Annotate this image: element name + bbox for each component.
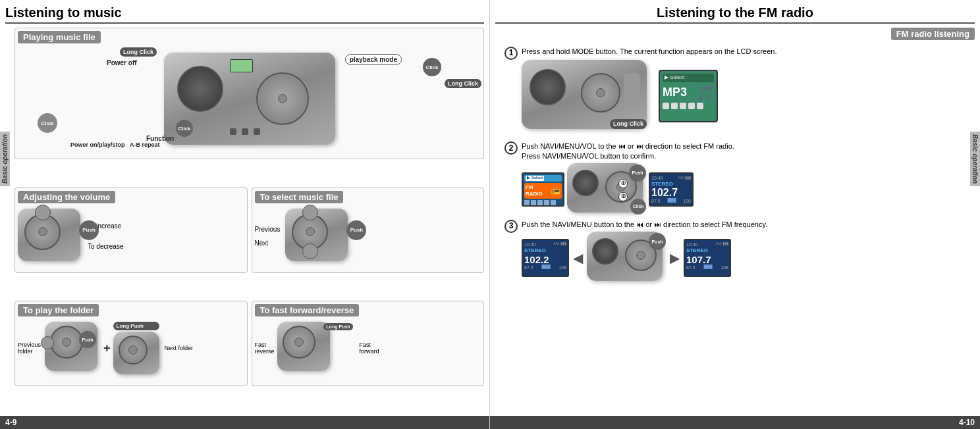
- step2-freq-screen: 10:40AM ▮▮▮ STEREO 102.7 87.5 ▓▓▓ 108: [649, 172, 694, 207]
- step-2-num: 2: [504, 141, 518, 155]
- click-label-3: Click: [38, 113, 57, 133]
- to-decrease-label: To decrease: [88, 243, 123, 250]
- fast-long-push-label: Long Push: [323, 323, 352, 330]
- playing-section: Playing music file: [14, 28, 484, 159]
- fm-radio-header: FM radio listening: [891, 28, 975, 40]
- step2-push-label: Push: [629, 164, 646, 182]
- select-header: To select music file: [255, 191, 344, 203]
- step-2-text: Push NAVI/MENU/VOL to the ⏮ or ⏭ directi…: [522, 141, 975, 161]
- step-1-text: Press and hold MODE button. The current …: [522, 47, 975, 56]
- step3-push-label: Push: [649, 233, 666, 250]
- arrow-left-icon: ◀: [573, 249, 583, 266]
- step-2-row: 2 Push NAVI/MENU/VOL to the ⏮ or ⏭ direc…: [504, 141, 975, 216]
- plus-sign: +: [103, 341, 111, 355]
- right-panel: Listening to the FM radio Basic operatio…: [490, 0, 980, 429]
- step3-right-screen: 10:40AM ▮▮▮ STEREO 107.7 87.5 ▓▓▓ 108: [684, 239, 731, 277]
- volume-push-label: Push: [79, 220, 99, 240]
- folder-section: To play the folder Previous folder Push: [14, 301, 248, 386]
- step2-click-label: Click: [630, 199, 646, 214]
- click-label-1: Click: [423, 58, 441, 76]
- playing-header: Playing music file: [18, 31, 101, 43]
- step-3-num: 3: [504, 220, 518, 233]
- right-panel-title: Listening to the FM radio: [495, 5, 975, 24]
- click-label-2: Click: [176, 120, 193, 137]
- left-panel: Listening to music Basic operation Playi…: [0, 0, 490, 429]
- step3-left-screen: 10:40AM ▮▮▮ STEREO 102.2 87.5 ▓▓▓ 108: [522, 239, 569, 277]
- step2-circle1: ①: [618, 179, 628, 188]
- folder-header: To play the folder: [18, 304, 99, 316]
- mp3-screen: ▶ Select MP3 🎵: [659, 70, 718, 122]
- next-label: Next: [255, 240, 281, 247]
- volume-header: Adjusting the volume: [18, 191, 115, 203]
- left-panel-title: Listening to music: [5, 5, 484, 24]
- fast-section: To fast forward/reverse Fast reverse Lon…: [252, 301, 485, 386]
- step1-long-click: Long Click: [610, 119, 647, 130]
- left-page-num: 4-9: [0, 416, 489, 429]
- right-sidebar-label: Basic operation: [970, 132, 980, 186]
- left-sidebar-label: Basic operation: [0, 132, 10, 186]
- fast-forward-label: Fast forward: [360, 341, 379, 356]
- next-folder-label: Next folder: [165, 345, 194, 351]
- fast-reverse-label: Fast reverse: [255, 341, 275, 356]
- playback-mode-label: playback mode: [345, 53, 402, 64]
- right-page-num: 4-10: [490, 416, 980, 429]
- step-3-row: 3 Push the NAVI/MENU button to the ⏮ or …: [504, 220, 975, 284]
- folder-long-push-label: Long Push: [113, 322, 159, 330]
- folder-push-label: Push: [79, 331, 96, 348]
- step2-circle2: ②: [618, 192, 628, 201]
- step-3-text: Push the NAVI/MENU button to the ⏮ or ⏭ …: [522, 220, 975, 229]
- fm-radio-screen: ▶ Select FM RADIO 📻: [522, 172, 564, 207]
- volume-section: Adjusting the volume Push: [14, 188, 248, 273]
- previous-label: Previous: [255, 226, 281, 233]
- step-1-row: 1 Press and hold MODE button. The curren…: [504, 47, 975, 138]
- select-push-label: Push: [346, 220, 366, 240]
- previous-folder-label: Previous folder: [18, 341, 41, 356]
- select-section: To select music file Previous Next: [252, 188, 485, 273]
- step-1-num: 1: [504, 47, 518, 60]
- fast-header: To fast forward/reverse: [255, 304, 360, 316]
- arrow-right-icon: ▶: [670, 249, 680, 266]
